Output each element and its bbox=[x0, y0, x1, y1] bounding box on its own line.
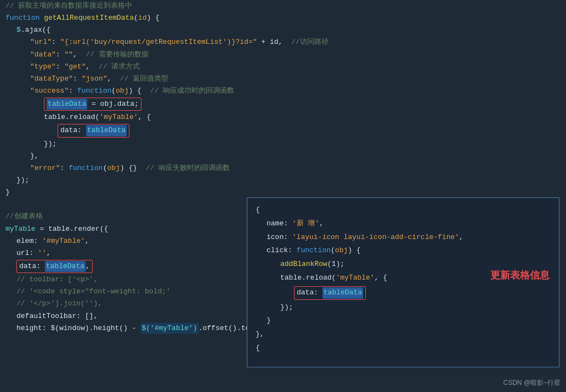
popup-line-name: name: '新 增', bbox=[256, 217, 551, 231]
popup-highlight-data: data: tableData bbox=[294, 286, 366, 300]
popup-line1: { bbox=[256, 203, 551, 217]
popup-line-icon: icon: 'layui-icon layui-icon-add-circle-… bbox=[256, 231, 551, 245]
code-line-tabledata-assign: tableData = obj.data; bbox=[0, 97, 566, 111]
popup-line-open-brace: { bbox=[256, 342, 551, 355]
popup-line-comma: }, bbox=[256, 328, 551, 342]
code-line-data-param: "data": "", // 需要传输的数据 bbox=[0, 49, 566, 61]
code-line-success: "success": function(obj) { // 响应成功时的回调函数 bbox=[0, 85, 566, 97]
code-line-ajax: $.ajax({ bbox=[0, 24, 566, 36]
code-line-reload: table.reload('myTable', { bbox=[0, 111, 566, 123]
watermark: CSDN @暗影~行星 bbox=[503, 378, 561, 388]
code-line-close-success: }, bbox=[0, 150, 566, 162]
code-line-datatype: "dataType": "json", // 返回值类型 bbox=[0, 73, 566, 85]
highlight-data-render: data: tableData, bbox=[16, 260, 93, 273]
popup-line-close-reload: }); bbox=[256, 301, 551, 315]
annotation-label: 更新表格信息 bbox=[490, 269, 550, 282]
code-line-type: "type": "get", // 请求方式 bbox=[0, 61, 566, 73]
code-line-data-tabledata: data: tableData bbox=[0, 123, 566, 138]
highlight-data-tabledata: data: tableData bbox=[58, 124, 129, 137]
code-line-func-def: function getAllRequestItemData(id) { bbox=[0, 12, 566, 24]
code-line-close-func: } bbox=[0, 186, 566, 198]
popup-line-close-click: } bbox=[256, 314, 551, 328]
code-line-close-reload: }); bbox=[0, 138, 566, 150]
popup-line-click: click: function(obj) { bbox=[256, 244, 551, 258]
code-line-close-ajax: }); bbox=[0, 174, 566, 186]
highlight-tabledata-assign: tableData = obj.data; bbox=[44, 98, 142, 111]
code-editor: // 获取主项的来自数据库接近到表格中 function getAllReque… bbox=[0, 0, 566, 392]
code-line-url: "url": "{:url('buy/request/getRequestIte… bbox=[0, 36, 566, 48]
code-line-error: "error": function(obj) {} // 响应失败时的回调函数 bbox=[0, 162, 566, 174]
popup-panel: { name: '新 增', icon: 'layui-icon layui-i… bbox=[247, 197, 559, 367]
popup-line-data: data: tableData bbox=[256, 285, 551, 301]
code-line-comment-top: // 获取主项的来自数据库接近到表格中 bbox=[0, 0, 566, 12]
